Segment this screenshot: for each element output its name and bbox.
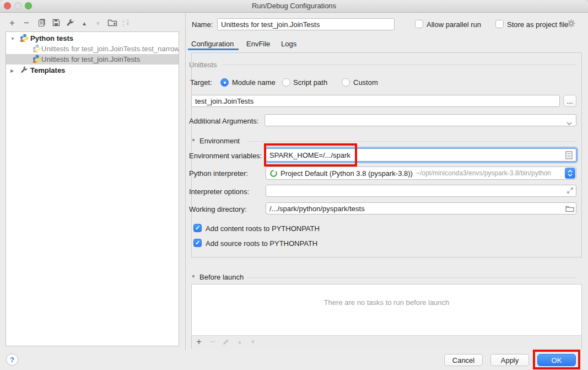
move-down-icon: ▼ [251,339,256,345]
plus-icon: + [196,337,201,347]
copy-configuration-button[interactable] [36,18,48,29]
name-input[interactable] [217,18,395,30]
section-divider [247,141,576,142]
expand-arrow-icon[interactable]: ▶ [10,66,14,76]
working-directory-label: Working directory: [189,205,247,213]
store-as-project-file-label: Store as project file [507,20,568,29]
apply-button[interactable]: Apply [490,354,529,366]
allow-parallel-run-label: Allow parallel run [427,20,481,29]
gear-icon[interactable] [567,19,575,29]
working-directory-input[interactable] [266,202,576,215]
before-launch-collapse-arrow-icon[interactable]: ▼ [191,274,196,279]
tab-configuration[interactable]: Configuration [191,40,234,48]
additional-arguments-input[interactable] [265,114,576,126]
sort-configurations-button[interactable]: az [120,18,132,29]
save-configuration-button[interactable] [50,18,62,29]
browse-button[interactable]: ... [563,95,576,107]
target-custom-radio[interactable] [342,78,350,87]
pencil-icon [222,338,230,347]
run-debug-configurations-dialog: Run/Debug Configurations + − ▲ ▼ az ▼ Py… [0,0,588,370]
environment-variables-label: Environment variables: [189,152,262,160]
expand-field-icon[interactable] [567,187,574,196]
move-task-up-button[interactable]: ▲ [234,336,246,347]
tab-envfile[interactable]: EnvFile [246,40,270,48]
new-folder-icon [107,18,117,29]
minus-icon: − [24,18,29,29]
additional-arguments-label: Additional Arguments: [189,117,258,125]
tree-item-label: Unittests for test_join.JoinTests [41,54,140,65]
tree-item-test-narrow[interactable]: Unittests for test_join.JoinTests.test_n… [6,44,179,54]
remove-task-button[interactable]: − [207,336,219,347]
tree-item-label: Templates [30,65,65,76]
window-title: Run/Debug Configurations [0,2,588,10]
interpreter-path: ~/opt/miniconda3/envs/pyspark-3.8/bin/py… [416,169,551,177]
annotation-ok-button-highlight [533,350,580,369]
target-label: Target: [190,78,212,87]
check-icon: ✓ [195,239,200,246]
environment-section-title: Environment [199,137,240,145]
env-list-icon[interactable] [565,151,573,161]
tab-logs[interactable]: Logs [281,40,296,48]
target-custom-label: Custom [353,78,378,87]
no-tasks-text: There are no tasks to run before launch [191,298,582,307]
target-module-name-label: Module name [232,78,276,87]
cancel-button-label: Cancel [452,356,474,364]
name-label: Name: [192,20,213,29]
new-folder-button[interactable] [106,18,118,29]
allow-parallel-run-checkbox[interactable] [415,20,423,28]
svg-text:a: a [122,19,125,23]
python-tests-icon [33,44,41,54]
move-up-icon: ▲ [238,339,242,345]
minus-icon: − [210,337,215,347]
cancel-button[interactable]: Cancel [444,354,483,366]
edit-task-button[interactable] [220,337,232,348]
add-content-roots-checkbox[interactable]: ✓ [193,224,202,232]
add-configuration-button[interactable]: + [6,18,18,29]
move-up-button[interactable]: ▲ [78,18,90,29]
interpreter-options-input[interactable] [266,185,576,197]
apply-button-label: Apply [501,356,519,364]
add-source-roots-checkbox[interactable]: ✓ [193,239,202,247]
move-down-icon: ▼ [95,20,101,26]
active-tab-underline [188,49,239,50]
tree-item-label: Python tests [30,33,73,44]
target-module-name-radio[interactable] [220,78,229,87]
remove-configuration-button[interactable]: − [20,18,33,29]
before-launch-title: Before launch [199,273,244,281]
move-task-down-button[interactable]: ▼ [247,336,259,347]
combobox-stepper-icon[interactable] [565,168,575,179]
save-icon [52,18,61,29]
python-tests-icon [33,55,41,65]
add-source-roots-label: Add source roots to PYTHONPATH [206,239,317,248]
folder-icon[interactable] [565,205,574,214]
check-icon: ✓ [195,224,200,232]
tree-item-python-tests[interactable]: ▼ Python tests [6,33,179,44]
store-as-project-file-checkbox[interactable] [495,20,504,28]
add-content-roots-label: Add content roots to PYTHONPATH [206,224,320,233]
add-task-button[interactable]: + [193,336,205,347]
chevron-down-icon[interactable] [567,119,572,127]
python-tests-icon [20,34,29,44]
interpreter-options-label: Interpreter options: [189,187,249,196]
tree-item-templates[interactable]: ▶ Templates [6,65,179,76]
target-script-path-label: Script path [293,78,327,87]
collapse-arrow-icon[interactable]: ▼ [10,34,15,44]
section-divider [247,277,576,278]
titlebar: Run/Debug Configurations [0,0,588,13]
unittests-section-title: Unittests [189,61,217,69]
copy-icon [37,18,46,29]
environment-collapse-arrow-icon[interactable]: ▼ [191,138,196,143]
interpreter-value: Project Default (Python 3.8 (pyspark-3.8… [280,169,413,178]
module-name-input[interactable] [191,95,560,107]
help-button[interactable]: ? [6,353,18,366]
tree-item-label: Unittests for test_join.JoinTests.test_n… [41,44,179,54]
tree-item-jointests-selected[interactable]: Unittests for test_join.JoinTests [6,54,179,65]
target-script-path-radio[interactable] [282,78,290,87]
section-divider [223,65,576,65]
python-interpreter-combobox[interactable]: Project Default (Python 3.8 (pyspark-3.8… [266,167,576,180]
plus-icon: + [9,18,15,29]
edit-templates-button[interactable] [64,18,76,29]
move-down-button[interactable]: ▼ [92,18,104,29]
python-interpreter-label: Python interpreter: [189,169,248,178]
sort-az-icon: az [122,18,131,29]
